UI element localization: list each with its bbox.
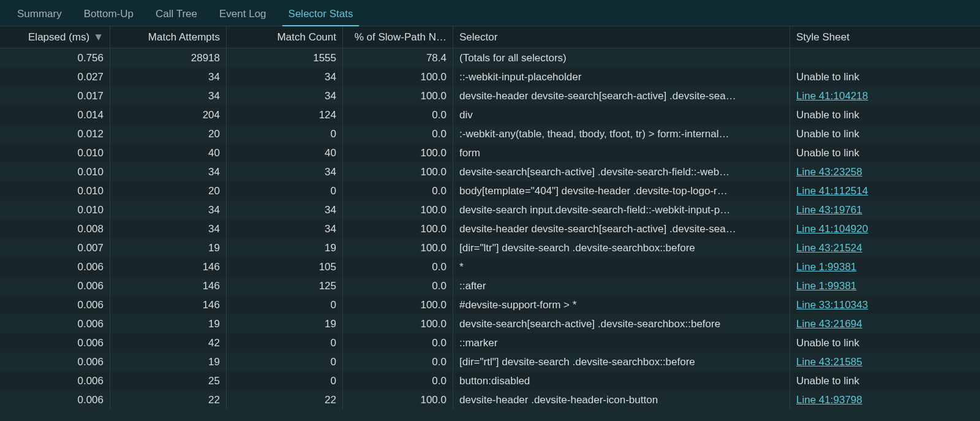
table-row[interactable]: 0.0061461250.0::afterLine 1:99381 (0, 276, 980, 295)
table-row[interactable]: 0.0062222100.0devsite-header .devsite-he… (0, 390, 980, 409)
cell-match-attempts: 146 (110, 276, 227, 295)
cell-elapsed: 0.006 (0, 257, 110, 276)
table-row[interactable]: 0.0104040100.0formUnable to link (0, 143, 980, 162)
cell-selector: button:disabled (453, 371, 790, 390)
column-header-match-attempts[interactable]: Match Attempts (110, 26, 227, 48)
cell-match-count: 34 (227, 86, 343, 105)
table-row[interactable]: 0.0122000.0:-webkit-any(table, thead, tb… (0, 124, 980, 143)
cell-match-attempts: 146 (110, 295, 227, 314)
cell-selector: [dir="ltr"] devsite-search .devsite-sear… (453, 238, 790, 257)
selector-stats-table: Elapsed (ms)▼Match AttemptsMatch Count% … (0, 26, 980, 409)
cell-elapsed: 0.014 (0, 105, 110, 124)
cell-style-sheet: Unable to link (790, 333, 980, 352)
cell-match-count: 0 (227, 352, 343, 371)
cell-selector: [dir="rtl"] devsite-search .devsite-sear… (453, 352, 790, 371)
style-sheet-link[interactable]: Line 43:21694 (796, 318, 862, 330)
tab-bar: SummaryBottom-UpCall TreeEvent LogSelect… (0, 0, 980, 26)
cell-elapsed: 0.010 (0, 143, 110, 162)
style-sheet-link[interactable]: Line 1:99381 (796, 261, 856, 273)
style-sheet-link[interactable]: Line 41:104218 (796, 90, 868, 102)
column-header-match-count[interactable]: Match Count (227, 26, 343, 48)
style-sheet-link[interactable]: Line 43:21585 (796, 356, 862, 368)
cell-elapsed: 0.006 (0, 390, 110, 409)
table-row[interactable]: 0.75628918155578.4(Totals for all select… (0, 48, 980, 67)
cell-match-attempts: 42 (110, 333, 227, 352)
cell-style-sheet (790, 48, 980, 67)
cell-match-attempts: 146 (110, 257, 227, 276)
cell-style-sheet: Line 41:93798 (790, 390, 980, 409)
column-header-elapsed-ms[interactable]: Elapsed (ms)▼ (0, 26, 110, 48)
cell-match-count: 0 (227, 295, 343, 314)
cell-slow-path: 100.0 (343, 314, 453, 333)
table-row[interactable]: 0.0103434100.0devsite-search input.devsi… (0, 200, 980, 219)
cell-selector: (Totals for all selectors) (453, 48, 790, 67)
cell-slow-path: 0.0 (343, 124, 453, 143)
cell-match-attempts: 19 (110, 314, 227, 333)
cell-elapsed: 0.017 (0, 86, 110, 105)
table-row[interactable]: 0.0273434100.0::-webkit-input-placeholde… (0, 67, 980, 86)
cell-style-sheet: Line 43:21524 (790, 238, 980, 257)
table-row[interactable]: 0.0083434100.0devsite-header devsite-sea… (0, 219, 980, 238)
style-sheet-link[interactable]: Line 1:99381 (796, 280, 856, 292)
cell-style-sheet: Line 1:99381 (790, 257, 980, 276)
style-sheet-link[interactable]: Line 43:19761 (796, 204, 862, 216)
style-sheet-link[interactable]: Line 41:112514 (796, 185, 868, 197)
cell-elapsed: 0.010 (0, 200, 110, 219)
style-sheet-link[interactable]: Line 43:23258 (796, 166, 862, 178)
cell-match-attempts: 34 (110, 86, 227, 105)
cell-selector: ::marker (453, 333, 790, 352)
cell-selector: devsite-header devsite-search[search-act… (453, 86, 790, 105)
cell-match-attempts: 25 (110, 371, 227, 390)
table-row[interactable]: 0.0062500.0button:disabledUnable to link (0, 371, 980, 390)
cell-slow-path: 0.0 (343, 333, 453, 352)
table-row[interactable]: 0.0061460100.0#devsite-support-form > *L… (0, 295, 980, 314)
column-header-style-sheet[interactable]: Style Sheet (790, 26, 980, 48)
style-sheet-link[interactable]: Line 41:104920 (796, 223, 868, 235)
cell-style-sheet: Unable to link (790, 67, 980, 86)
cell-slow-path: 78.4 (343, 48, 453, 67)
tab-summary[interactable]: Summary (6, 2, 73, 26)
cell-style-sheet: Unable to link (790, 371, 980, 390)
cell-match-count: 34 (227, 162, 343, 181)
cell-match-attempts: 34 (110, 67, 227, 86)
tab-call-tree[interactable]: Call Tree (145, 2, 208, 26)
table-row[interactable]: 0.0103434100.0devsite-search[search-acti… (0, 162, 980, 181)
cell-match-count: 40 (227, 143, 343, 162)
cell-style-sheet: Line 43:23258 (790, 162, 980, 181)
cell-selector: devsite-header devsite-search[search-act… (453, 219, 790, 238)
cell-selector: devsite-search[search-active] .devsite-s… (453, 162, 790, 181)
cell-slow-path: 0.0 (343, 105, 453, 124)
cell-match-count: 19 (227, 238, 343, 257)
table-row[interactable]: 0.0064200.0::markerUnable to link (0, 333, 980, 352)
table-row[interactable]: 0.0102000.0body[template="404"] devsite-… (0, 181, 980, 200)
tab-bottom-up[interactable]: Bottom-Up (73, 2, 145, 26)
tab-event-log[interactable]: Event Log (208, 2, 277, 26)
cell-slow-path: 100.0 (343, 143, 453, 162)
column-header-of-slow-path-n[interactable]: % of Slow-Path N… (343, 26, 453, 48)
cell-elapsed: 0.007 (0, 238, 110, 257)
cell-slow-path: 100.0 (343, 219, 453, 238)
cell-match-count: 124 (227, 105, 343, 124)
cell-match-count: 22 (227, 390, 343, 409)
table-row[interactable]: 0.0173434100.0devsite-header devsite-sea… (0, 86, 980, 105)
cell-match-attempts: 22 (110, 390, 227, 409)
table-row[interactable]: 0.0142041240.0divUnable to link (0, 105, 980, 124)
cell-match-count: 1555 (227, 48, 343, 67)
table-row[interactable]: 0.0061900.0[dir="rtl"] devsite-search .d… (0, 352, 980, 371)
table-row[interactable]: 0.0071919100.0[dir="ltr"] devsite-search… (0, 238, 980, 257)
cell-match-attempts: 19 (110, 352, 227, 371)
cell-match-attempts: 40 (110, 143, 227, 162)
column-header-selector[interactable]: Selector (453, 26, 790, 48)
cell-match-attempts: 19 (110, 238, 227, 257)
cell-elapsed: 0.027 (0, 67, 110, 86)
table-row[interactable]: 0.0061919100.0devsite-search[search-acti… (0, 314, 980, 333)
cell-match-count: 0 (227, 124, 343, 143)
cell-elapsed: 0.010 (0, 181, 110, 200)
style-sheet-link[interactable]: Line 33:110343 (796, 299, 868, 311)
cell-selector: devsite-search input.devsite-search-fiel… (453, 200, 790, 219)
cell-slow-path: 100.0 (343, 238, 453, 257)
style-sheet-link[interactable]: Line 41:93798 (796, 394, 862, 406)
table-row[interactable]: 0.0061461050.0*Line 1:99381 (0, 257, 980, 276)
style-sheet-link[interactable]: Line 43:21524 (796, 242, 862, 254)
tab-selector-stats[interactable]: Selector Stats (277, 2, 364, 26)
